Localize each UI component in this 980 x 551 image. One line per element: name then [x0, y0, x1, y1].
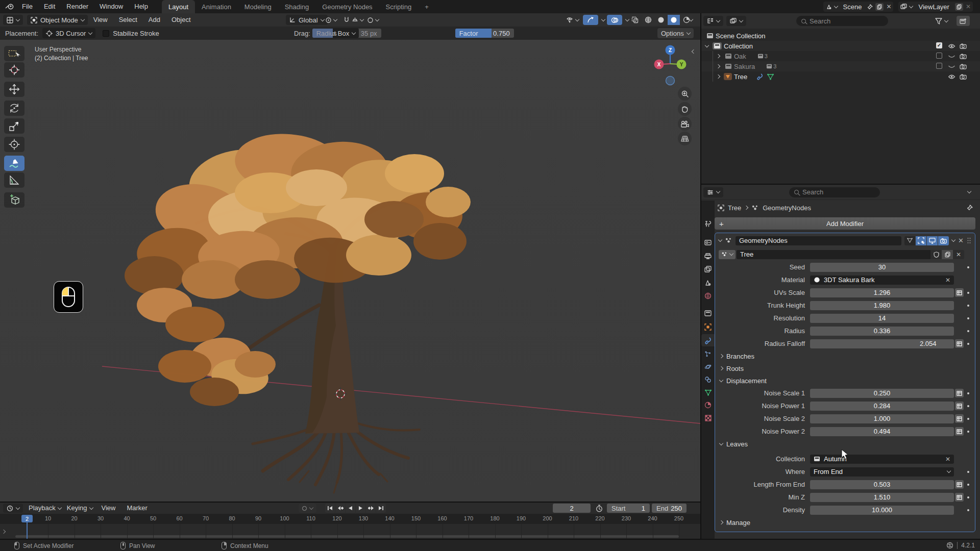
modifier-extras-dropdown[interactable]: [951, 238, 955, 242]
seed-field[interactable]: 30: [810, 263, 954, 272]
uvs-scale-field[interactable]: 1.296: [810, 288, 954, 297]
node-group-name-field[interactable]: Tree: [737, 250, 930, 259]
viewport-canvas[interactable]: User Perspective (2) Collection | Tree: [0, 40, 700, 502]
tab-object-data[interactable]: [701, 386, 715, 398]
fake-user-button[interactable]: [930, 250, 942, 259]
tab-animation[interactable]: Animation: [195, 0, 238, 13]
disable-render-camera-icon[interactable]: [960, 53, 967, 59]
sidebar-collapse-icon[interactable]: [692, 47, 695, 55]
shading-material-button[interactable]: [668, 15, 680, 25]
input-attribute-toggle[interactable]: [955, 402, 964, 410]
add-cube-tool[interactable]: [4, 192, 24, 208]
move-tool[interactable]: [4, 82, 24, 97]
add-modifier-button[interactable]: + Add Modifier: [715, 217, 975, 230]
jump-to-end-button[interactable]: [376, 504, 386, 513]
input-attribute-toggle[interactable]: [955, 414, 964, 423]
input-attribute-toggle[interactable]: [955, 288, 964, 297]
hide-eye-icon[interactable]: [948, 43, 955, 49]
transform-tool[interactable]: [4, 137, 24, 152]
material-field[interactable]: 3DT Sakura Bark ✕: [810, 276, 954, 285]
animate-dot[interactable]: [967, 330, 969, 332]
animate-dot[interactable]: [967, 471, 969, 473]
outliner-row-tree[interactable]: Tree: [701, 71, 980, 82]
properties-editor-type-button[interactable]: [703, 187, 723, 197]
disable-render-camera-icon[interactable]: [960, 73, 967, 80]
shading-solid-button[interactable]: [655, 15, 667, 25]
input-attribute-toggle[interactable]: [955, 427, 964, 436]
snap-button[interactable]: [341, 15, 366, 25]
options-button[interactable]: Options: [657, 28, 694, 38]
gizmos-toggle[interactable]: [583, 15, 598, 25]
shading-dropdown[interactable]: [687, 15, 695, 25]
hide-eye-icon[interactable]: [948, 74, 955, 80]
tab-texture[interactable]: [701, 412, 715, 424]
input-attribute-toggle[interactable]: [955, 339, 964, 348]
unlink-node-group-button[interactable]: ✕: [953, 250, 964, 259]
properties-search-input[interactable]: Search: [789, 187, 880, 197]
previous-keyframe-button[interactable]: [335, 504, 345, 513]
blender-logo-icon[interactable]: [5, 3, 14, 10]
menu-file[interactable]: File: [16, 0, 38, 13]
menu-object[interactable]: Object: [166, 13, 197, 27]
use-preview-range-button[interactable]: [593, 505, 605, 512]
animate-dot[interactable]: [967, 496, 969, 498]
new-node-group-button[interactable]: [942, 250, 953, 259]
select-box-tool[interactable]: [4, 46, 24, 61]
pin-icon[interactable]: [867, 4, 873, 10]
collapse-icon[interactable]: [705, 43, 709, 47]
tab-scene[interactable]: [701, 277, 715, 289]
zoom-button[interactable]: [678, 87, 692, 101]
menu-select[interactable]: Select: [113, 13, 143, 27]
tab-particles[interactable]: [701, 348, 715, 360]
auto-keying-button[interactable]: [299, 504, 316, 513]
tab-view-layer[interactable]: [701, 263, 715, 275]
section-manage[interactable]: Manage: [715, 516, 975, 529]
perspective-toggle-button[interactable]: [678, 132, 692, 145]
play-button[interactable]: [356, 504, 365, 513]
section-roots[interactable]: Roots: [715, 362, 975, 374]
min-z-field[interactable]: 1.510: [810, 493, 954, 502]
where-dropdown[interactable]: From End: [810, 467, 954, 477]
timeline-scrollbar[interactable]: [15, 535, 679, 538]
menu-window[interactable]: Window: [94, 0, 129, 13]
radius-field[interactable]: 0.336: [810, 327, 954, 336]
exclude-checkbox[interactable]: ✓: [936, 42, 942, 48]
collapse-icon[interactable]: [718, 238, 722, 242]
placement-selector[interactable]: 3D Cursor: [42, 28, 95, 38]
leaf-collection-field[interactable]: Autumn ✕: [810, 455, 954, 464]
chevron-down-icon[interactable]: [967, 189, 971, 193]
camera-view-button[interactable]: [678, 117, 692, 131]
tab-modeling[interactable]: Modeling: [238, 0, 278, 13]
menu-help[interactable]: Help: [129, 0, 154, 13]
disable-render-camera-icon[interactable]: [960, 43, 967, 49]
hidden-eye-icon[interactable]: [948, 65, 955, 69]
radius-falloff-slider[interactable]: 2.054: [810, 339, 954, 348]
realtime-display-toggle[interactable]: [927, 236, 938, 245]
rotate-tool[interactable]: [4, 101, 24, 116]
new-viewlayer-button[interactable]: [955, 3, 963, 11]
frame-start-field[interactable]: Start 1: [607, 504, 650, 513]
timeline-editor-type-button[interactable]: [3, 504, 23, 513]
timeline-track-area[interactable]: [0, 524, 700, 539]
menu-marker[interactable]: Marker: [121, 503, 153, 514]
disable-render-camera-icon[interactable]: [960, 63, 967, 69]
tab-tool[interactable]: [701, 218, 715, 230]
tab-collection[interactable]: [701, 307, 715, 319]
outliner-row-oak[interactable]: Oak 3: [701, 51, 980, 61]
outliner-row-sakura[interactable]: Sakura 3: [701, 61, 980, 71]
animate-dot[interactable]: [967, 343, 969, 345]
viewlayer-selector[interactable]: ViewLayer ✕: [898, 2, 973, 12]
animate-dot[interactable]: [967, 418, 969, 420]
timeline-expand-icon[interactable]: [2, 527, 5, 535]
proportional-editing-button[interactable]: [364, 15, 381, 25]
animate-dot[interactable]: [967, 305, 969, 307]
section-displacement[interactable]: Displacement: [715, 374, 975, 387]
mode-selector[interactable]: Object Mode: [27, 15, 88, 25]
tab-modifiers[interactable]: [701, 334, 715, 346]
playhead[interactable]: 2: [21, 515, 33, 522]
input-attribute-toggle[interactable]: [955, 493, 964, 502]
unlink-material-icon[interactable]: ✕: [945, 277, 950, 283]
outliner-row-collection[interactable]: Collection ✓: [701, 41, 980, 51]
modifier-panel-header[interactable]: GeometryNodes: [715, 233, 975, 248]
menu-add[interactable]: Add: [143, 13, 166, 27]
